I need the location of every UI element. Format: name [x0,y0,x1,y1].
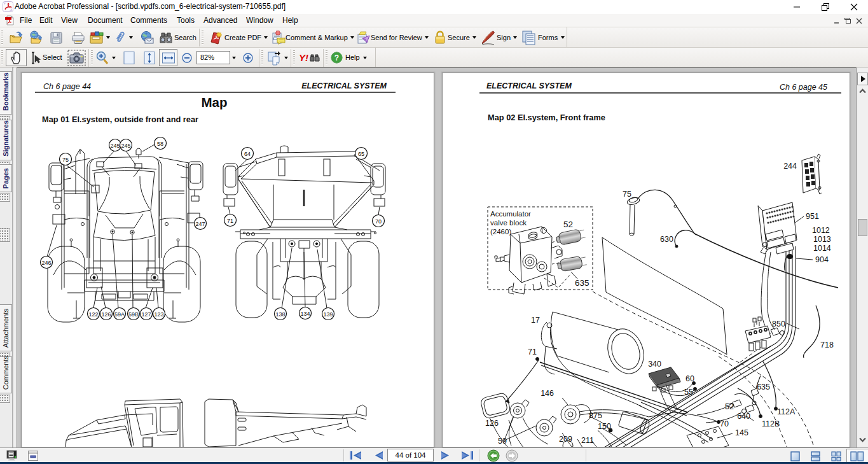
svg-text:Map 01 El.system, outside fron: Map 01 El.system, outside front and rear [42,115,198,124]
svg-text:209: 209 [559,435,572,444]
svg-text:122: 122 [88,311,98,318]
svg-text:Map 02 El.system, Front frame: Map 02 El.system, Front frame [488,113,605,122]
svg-text:71: 71 [227,218,233,224]
svg-text:70: 70 [375,218,382,225]
svg-text:246: 246 [41,260,51,266]
svg-text:ELECTRICAL SYSTEM: ELECTRICAL SYSTEM [301,81,387,90]
svg-text:58: 58 [157,141,163,147]
svg-text:718: 718 [820,341,834,349]
svg-text:valve block: valve block [490,219,527,227]
svg-text:75: 75 [623,190,631,199]
svg-text:17: 17 [531,316,540,325]
svg-text:71: 71 [528,348,537,356]
svg-text:635: 635 [575,278,589,288]
svg-text:244: 244 [783,162,797,171]
svg-text:(2460): (2460) [490,228,511,236]
svg-text:126: 126 [101,311,111,318]
svg-text:1013: 1013 [813,235,831,244]
svg-text:Accumulator: Accumulator [490,210,531,218]
svg-text:52: 52 [563,220,573,229]
svg-text:138: 138 [275,311,285,318]
svg-text:112B: 112B [762,419,780,428]
svg-text:904: 904 [815,255,829,264]
svg-text:59B: 59B [128,311,139,318]
svg-text:630: 630 [660,235,673,244]
svg-text:ELECTRICAL SYSTEM: ELECTRICAL SYSTEM [486,81,572,90]
svg-text:635: 635 [757,383,770,391]
svg-text:64: 64 [244,151,251,157]
svg-text:1012: 1012 [812,226,830,235]
svg-text:127: 127 [141,311,151,318]
svg-text:Ch 6 page 45: Ch 6 page 45 [780,83,827,92]
svg-text:Map: Map [202,95,228,109]
svg-text:Ch 6 page 44: Ch 6 page 44 [43,82,91,91]
svg-text:126: 126 [485,419,499,428]
svg-text:134: 134 [300,311,310,317]
svg-text:?: ? [334,53,339,62]
svg-text:850: 850 [772,320,785,328]
svg-text:139: 139 [323,311,333,318]
svg-text:245: 245 [110,143,120,149]
svg-text:65: 65 [358,151,364,157]
svg-text:951: 951 [806,212,819,221]
svg-text:123: 123 [154,311,163,318]
svg-text:145: 145 [735,428,748,437]
svg-text:112A: 112A [777,407,796,416]
svg-text:146: 146 [541,389,554,398]
svg-text:75: 75 [62,157,69,163]
svg-text:59A: 59A [114,311,125,318]
svg-text:245: 245 [121,143,130,149]
svg-text:340: 340 [648,360,661,369]
svg-text:247: 247 [195,221,205,227]
svg-text:1014: 1014 [813,244,831,253]
svg-text:211: 211 [581,436,594,445]
